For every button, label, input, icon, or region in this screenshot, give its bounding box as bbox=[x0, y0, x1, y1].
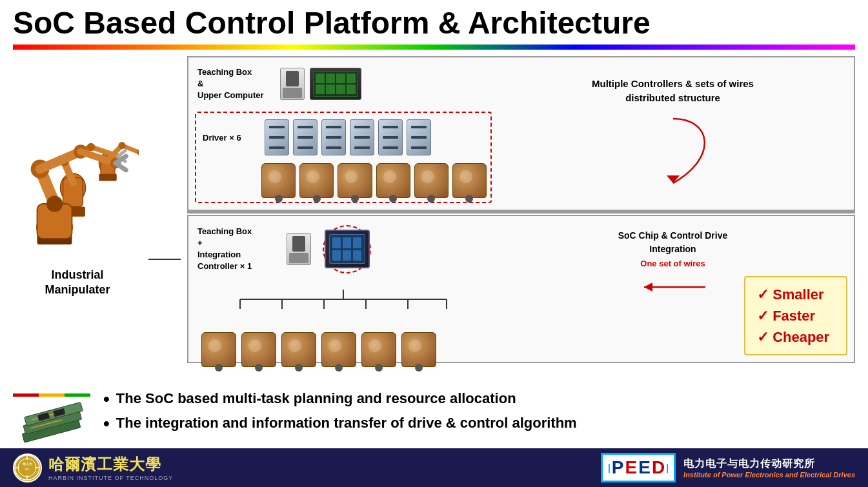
red-arrow-top bbox=[621, 106, 725, 196]
driver-6 bbox=[407, 119, 431, 155]
motor-2 bbox=[299, 163, 334, 198]
soc-chip-device bbox=[325, 230, 370, 268]
svg-rect-51 bbox=[39, 393, 65, 397]
svg-point-16 bbox=[87, 143, 96, 151]
svg-marker-32 bbox=[667, 175, 680, 183]
driver-label: Driver × 6 bbox=[203, 133, 261, 143]
robot-label: Industrial Manipulater bbox=[45, 268, 110, 298]
peed-text: P bbox=[612, 457, 624, 478]
bullet-item-1: • The SoC based multi-task planning and … bbox=[103, 390, 855, 408]
bullet-dot-1: • bbox=[103, 390, 110, 408]
hit-emblem: 哈工大 HIT bbox=[14, 455, 41, 481]
bullet-item-2: • The integration and information transf… bbox=[103, 415, 855, 433]
svg-point-31 bbox=[46, 195, 63, 212]
bot-motor-5 bbox=[361, 332, 396, 367]
bot-motor-3 bbox=[281, 332, 316, 367]
check-item-smaller: Smaller bbox=[757, 284, 834, 305]
footer-en-name: HARBIN INSTITUTE OF TECHNOLOGY bbox=[48, 475, 173, 481]
motor-4 bbox=[376, 163, 410, 198]
footer-university-name: 哈爾濱工業大學 HARBIN INSTITUTE OF TECHNOLOGY bbox=[48, 454, 173, 481]
page-title: SoC Based Control Platform & Architectur… bbox=[0, 0, 868, 45]
driver-1 bbox=[265, 119, 289, 155]
svg-rect-50 bbox=[13, 393, 39, 397]
footer-chinese-name: 哈爾濱工業大學 bbox=[48, 454, 173, 475]
motors-row-bottom bbox=[195, 290, 492, 335]
peed-en-label: Institute of Power Electronics and Elect… bbox=[683, 471, 855, 479]
hit-logo: 哈工大 HIT bbox=[13, 453, 42, 482]
bottom-motors-icons bbox=[195, 332, 492, 367]
left-panel: Industrial Manipulater bbox=[13, 56, 142, 385]
driver-4 bbox=[350, 119, 374, 155]
chip-stack-image bbox=[13, 393, 90, 445]
bottom-section: • The SoC based multi-task planning and … bbox=[0, 385, 868, 445]
footer: 哈工大 HIT 哈爾濱工業大學 HARBIN INSTITUTE OF TECH… bbox=[0, 448, 868, 487]
motor-3 bbox=[338, 163, 372, 198]
driver-2 bbox=[293, 119, 318, 155]
bot-motor-6 bbox=[401, 332, 436, 367]
motor-1 bbox=[261, 163, 296, 198]
svg-marker-42 bbox=[644, 283, 652, 292]
controller-device bbox=[310, 68, 361, 100]
check-box: Smaller Faster Cheaper bbox=[744, 276, 847, 355]
teaching-box-row: Teaching Box & Upper Computer bbox=[195, 64, 492, 104]
top-diagram-box: Teaching Box & Upper Computer bbox=[187, 56, 855, 211]
teaching-box-label: Teaching Box & Upper Computer bbox=[197, 67, 264, 100]
svg-line-30 bbox=[116, 163, 126, 170]
peed-e2: E bbox=[638, 457, 651, 478]
footer-left: 哈工大 HIT 哈爾濱工業大學 HARBIN INSTITUTE OF TECH… bbox=[13, 453, 173, 482]
peed-cn-label: 电力电子与电力传动研究所 bbox=[683, 457, 815, 471]
bullet-points: • The SoC based multi-task planning and … bbox=[103, 390, 855, 439]
one-set-label: One set of wires bbox=[640, 259, 705, 268]
peed-bracket-left: | bbox=[608, 462, 611, 473]
svg-point-5 bbox=[119, 142, 126, 149]
svg-text:哈工大: 哈工大 bbox=[23, 462, 33, 466]
diagram-separator bbox=[187, 211, 855, 214]
soc-dashed-circle bbox=[323, 225, 371, 273]
bot-motor-1 bbox=[201, 332, 236, 367]
bullet-text-2: The integration and information transfer… bbox=[116, 415, 577, 432]
peed-d: D bbox=[652, 457, 665, 478]
svg-rect-7 bbox=[99, 174, 117, 181]
svg-text:HIT: HIT bbox=[25, 468, 30, 471]
peed-logo-box: | P E E D | bbox=[601, 453, 676, 482]
red-arrow-bottom bbox=[634, 271, 712, 303]
driver-3 bbox=[321, 119, 346, 155]
motor-5 bbox=[414, 163, 449, 198]
robot-image bbox=[16, 82, 139, 263]
peed-bracket-right: | bbox=[666, 462, 669, 473]
footer-right-text: 电力电子与电力传动研究所 Institute of Power Electron… bbox=[683, 457, 855, 479]
bot-motor-4 bbox=[321, 332, 356, 367]
main-diagram: Teaching Box & Upper Computer bbox=[187, 56, 855, 385]
bullet-text-1: The SoC based multi-task planning and re… bbox=[116, 390, 516, 407]
tree-lines-svg bbox=[221, 290, 466, 335]
teaching-device bbox=[280, 68, 305, 100]
motors-row-top bbox=[200, 163, 487, 198]
multiple-controllers-label: Multiple Controllers & sets of wires dis… bbox=[592, 77, 754, 106]
peed-e1: E bbox=[625, 457, 638, 478]
bullet-dot-2: • bbox=[103, 415, 110, 433]
check-item-cheaper: Cheaper bbox=[757, 326, 834, 348]
bottom-teaching-row: Teaching Box + Integration Controller × … bbox=[195, 223, 492, 276]
drivers-row: Driver × 6 bbox=[200, 117, 487, 158]
check-item-faster: Faster bbox=[757, 305, 834, 326]
driver-5 bbox=[378, 119, 403, 155]
rainbow-bar bbox=[13, 45, 855, 50]
bot-motor-2 bbox=[241, 332, 276, 367]
bottom-diagram-box: Teaching Box + Integration Controller × … bbox=[187, 215, 855, 363]
svg-rect-52 bbox=[65, 393, 90, 397]
bottom-teaching-device bbox=[287, 233, 311, 265]
footer-right: | P E E D | 电力电子与电力传动研究所 Institute of Po… bbox=[601, 453, 855, 482]
bottom-teaching-label: Teaching Box + Integration Controller × … bbox=[197, 226, 281, 273]
soc-chip-label: SoC Chip & Control Drive Integration bbox=[618, 229, 728, 256]
connector-line bbox=[148, 134, 181, 385]
motor-6 bbox=[452, 163, 487, 198]
